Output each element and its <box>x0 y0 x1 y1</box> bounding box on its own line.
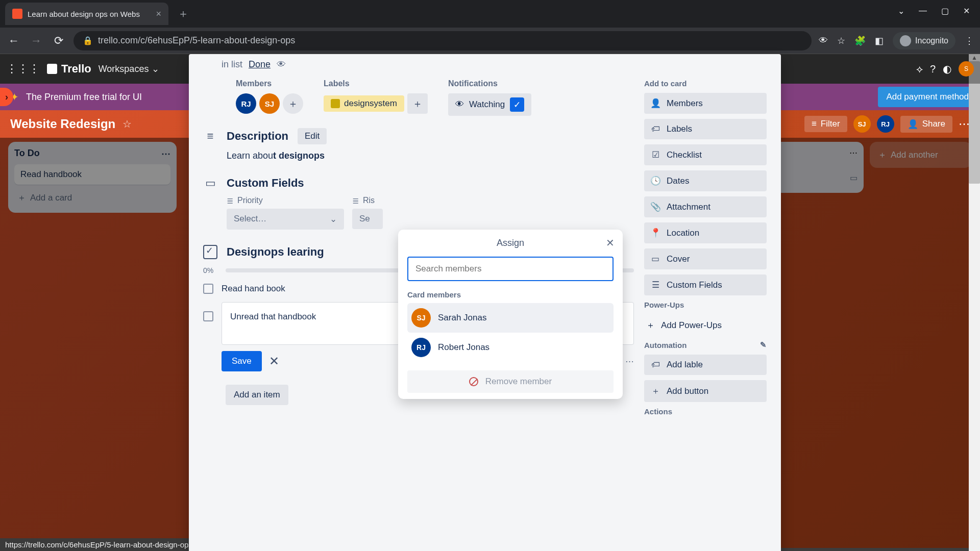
progress-percent: 0% <box>203 266 218 274</box>
risk-select[interactable]: Se <box>352 209 383 229</box>
eye-icon: 👁 <box>277 59 286 70</box>
sidebar-attachment[interactable]: 📎Attachment <box>644 196 767 217</box>
address-bar: ← → ⟳ 🔒 trello.com/c/6ehusEpP/5-learn-ab… <box>0 28 980 54</box>
save-button[interactable]: Save <box>222 351 262 371</box>
maximize-icon[interactable]: ▢ <box>941 6 949 16</box>
fields-icon: ☰ <box>650 280 660 290</box>
rocket-icon[interactable]: ⟡ <box>916 63 923 75</box>
remove-member-button[interactable]: Remove member <box>407 370 614 393</box>
sidebar-members[interactable]: 👤Members <box>644 93 767 114</box>
priority-label: ≣Priority <box>227 196 344 206</box>
sidepanel-icon[interactable]: ◧ <box>875 35 884 46</box>
sidebar-dates[interactable]: 🕓Dates <box>644 170 767 191</box>
add-button-auto[interactable]: ＋Add button <box>644 380 767 402</box>
label-chip[interactable]: designsystem <box>324 95 404 112</box>
pencil-icon[interactable]: ✎ <box>760 340 767 349</box>
url-input[interactable]: 🔒 trello.com/c/6ehusEpP/5-learn-about-de… <box>74 31 812 51</box>
checklist-item-text: Read hand book <box>222 284 285 294</box>
avatar-rj: RJ <box>411 338 431 357</box>
automation-title: Automation <box>644 341 687 349</box>
sidebar-location[interactable]: 📍Location <box>644 222 767 243</box>
share-button[interactable]: 👤Share <box>900 116 952 133</box>
plus-icon: ＋ <box>650 385 660 397</box>
chevron-down-icon[interactable]: ⌄ <box>898 6 904 16</box>
browser-tab-strip: Learn about design ops on Webs × ＋ ⌄ ― ▢… <box>0 0 980 28</box>
member-avatar-sj[interactable]: SJ <box>853 115 871 133</box>
back-button[interactable]: ← <box>6 34 21 47</box>
sidebar-cover[interactable]: ▭Cover <box>644 248 767 269</box>
add-label-button[interactable]: ＋ <box>407 93 428 114</box>
favicon-icon <box>12 9 22 19</box>
new-tab-button[interactable]: ＋ <box>178 6 189 21</box>
trello-logo-text: Trello <box>61 62 91 76</box>
risk-label: ≣Ris <box>352 196 383 206</box>
window-controls: ⌄ ― ▢ ✕ <box>888 0 980 22</box>
description-title: Description <box>227 130 288 143</box>
watching-button[interactable]: 👁 Watching ✓ <box>448 93 531 116</box>
close-tab-icon[interactable]: × <box>156 9 161 19</box>
forward-button[interactable]: → <box>29 34 44 47</box>
incognito-badge[interactable]: Incognito <box>893 32 955 49</box>
board-name: Website Redesign <box>10 117 115 131</box>
label-color-icon <box>331 99 340 108</box>
members-label: Members <box>236 79 303 88</box>
list-link[interactable]: Done <box>249 59 271 70</box>
list-icon: ≣ <box>227 196 233 206</box>
star-outline-icon[interactable]: ☆ <box>122 118 132 130</box>
search-members-input[interactable] <box>407 257 614 281</box>
user-icon: 👤 <box>650 98 660 109</box>
minimize-icon[interactable]: ― <box>919 6 927 16</box>
star-icon[interactable]: ☆ <box>837 35 845 46</box>
tag-icon: 🏷 <box>650 360 660 370</box>
sidebar-checklist[interactable]: ☑Checklist <box>644 144 767 165</box>
close-window-icon[interactable]: ✕ <box>963 6 970 16</box>
sidebar-custom-fields[interactable]: ☰Custom Fields <box>644 274 767 295</box>
checkbox[interactable] <box>203 284 213 294</box>
add-item-button[interactable]: Add an item <box>226 385 288 405</box>
extensions-icon[interactable]: 🧩 <box>854 35 866 46</box>
description-text: Learn about designops <box>203 151 634 161</box>
sidebar-labels[interactable]: 🏷Labels <box>644 119 767 139</box>
member-name: Sarah Jonas <box>438 313 486 323</box>
page-scrollbar[interactable]: ▲ <box>969 54 980 551</box>
powerups-title: Power-Ups <box>644 300 767 309</box>
workspaces-dropdown[interactable]: Workspaces ⌄ <box>99 63 160 74</box>
avatar-sj: SJ <box>411 308 431 328</box>
help-icon[interactable]: ? <box>930 63 936 75</box>
banner-text: The Premium free trial for UI <box>26 92 142 103</box>
cover-icon: ▭ <box>650 254 660 264</box>
eye-off-icon[interactable]: 👁 <box>819 35 828 46</box>
member-avatar-rj[interactable]: RJ <box>877 115 894 133</box>
checkbox[interactable] <box>203 311 213 321</box>
reload-button[interactable]: ⟳ <box>51 34 66 47</box>
trello-logo[interactable]: Trello <box>47 62 91 76</box>
apps-icon[interactable]: ⋮⋮⋮ <box>6 62 40 76</box>
description-icon: ≡ <box>203 130 217 143</box>
trello-logo-icon <box>47 64 57 74</box>
browser-tab[interactable]: Learn about design ops on Webs × <box>5 3 168 25</box>
member-option-sj[interactable]: SJ Sarah Jonas <box>407 303 614 333</box>
filter-button[interactable]: ≡Filter <box>804 116 847 132</box>
close-popover-icon[interactable]: ✕ <box>606 237 615 249</box>
add-member-button[interactable]: ＋ <box>283 93 303 114</box>
add-powerups-button[interactable]: ＋Add Power-Ups <box>644 314 767 336</box>
board-menu-icon[interactable]: ⋯ <box>959 117 970 131</box>
more-icon[interactable]: ⋯ <box>625 356 634 367</box>
member-avatar-sj[interactable]: SJ <box>259 93 280 114</box>
add-label-auto-button[interactable]: 🏷Add lable <box>644 355 767 375</box>
edit-description-button[interactable]: Edit <box>298 128 327 144</box>
member-option-rj[interactable]: RJ Robert Jonas <box>407 333 614 362</box>
user-avatar[interactable]: S <box>959 61 974 77</box>
theme-icon[interactable]: ◐ <box>943 63 951 75</box>
kebab-menu-icon[interactable]: ⋮ <box>965 35 974 46</box>
add-payment-button[interactable]: Add payment method <box>878 87 977 107</box>
checklist-icon <box>203 245 217 259</box>
custom-fields-icon: ▭ <box>203 177 217 190</box>
chevron-down-icon: ⌄ <box>152 63 159 74</box>
cancel-icon[interactable]: ✕ <box>269 354 279 368</box>
priority-select[interactable]: Select…⌄ <box>227 209 344 230</box>
card-sidebar: Add to card 👤Members 🏷Labels ☑Checklist … <box>644 79 767 421</box>
member-avatar-rj[interactable]: RJ <box>236 93 256 114</box>
chevron-down-icon: ⌄ <box>330 214 337 224</box>
status-bar-link: https://trello.com/c/6ehusEpP/5-learn-ab… <box>0 538 202 551</box>
